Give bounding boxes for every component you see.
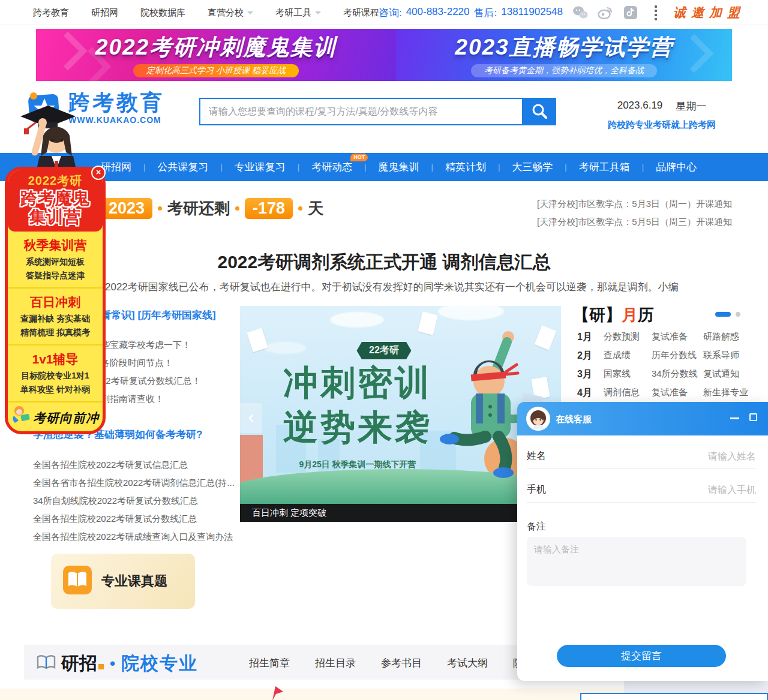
news-link[interactable]: 全国各招生院校2022考研复试信息汇总	[33, 459, 188, 471]
carousel-subtitle: 9月25日 秋季集训一期线下开营	[240, 459, 475, 470]
news-link[interactable]: 全国各省市各招生院校2022考研调剂信息汇总(持...	[33, 477, 235, 489]
promo-close-button[interactable]: ×	[91, 166, 106, 180]
promo-section-1v1[interactable]: 1v1辅导 目标院校专业1对1 单科攻坚 针对补弱	[8, 346, 103, 402]
section-dot: •	[110, 654, 115, 673]
calendar-link[interactable]: 新生择专业	[703, 387, 768, 399]
tiktok-icon[interactable]	[623, 5, 638, 20]
tab-admission-guide[interactable]: 招生简章	[249, 656, 290, 670]
nav-major-course[interactable]: 专业课复习	[223, 160, 298, 174]
calendar-row-apr: 4月 调剂信息 复试准备 新生择专业	[577, 387, 768, 399]
promo-panel-footer: 考研向前冲	[8, 402, 103, 431]
news-link[interactable]: 34所自划线院校2022考研复试分数线汇总	[33, 495, 198, 507]
wechat-icon[interactable]	[572, 5, 588, 20]
ad-left-subtitle: 定制化高三式学习 小班授课 稳妥应战	[133, 64, 299, 77]
calendar-link[interactable]: 联系导师	[703, 350, 768, 362]
consult-phone: 400-883-2220	[406, 6, 470, 20]
ad-banner-left[interactable]: 2022考研冲刺魔鬼集训 定制化高三式学习 小班授课 稳妥应战	[36, 29, 396, 81]
promo-section-sprint[interactable]: 百日冲刺 查漏补缺 夯实基础 精简梳理 拟真模考	[8, 289, 103, 346]
branch-notices: [天津分校]市区教学点：5月3日（周一）开课通知 [天津分校]市区教学点：5月5…	[537, 195, 732, 231]
orange-square-decoration	[98, 664, 104, 669]
note-label: 备注	[527, 521, 546, 533]
news-link[interactable]: 22考研复试分数线汇总！	[101, 375, 201, 387]
phone-input[interactable]	[546, 485, 756, 495]
agent-avatar	[526, 406, 551, 434]
carousel-prev-arrow[interactable]: ‹	[240, 403, 262, 433]
phone-label: 手机	[527, 483, 546, 496]
topbar-link-database[interactable]: 院校数据库	[140, 7, 185, 19]
featured-article-title[interactable]: 2022考研调剂系统正式开通 调剂信息汇总	[84, 250, 684, 275]
yanzhao-logo-text: 研招	[61, 651, 104, 676]
calendar-link[interactable]: 国家线	[604, 368, 652, 381]
promo-section-autumn[interactable]: 秋季集训营 系统测评知短板 答疑指导点迷津	[8, 232, 103, 289]
search-button[interactable]	[522, 98, 556, 125]
nav-devil-camp[interactable]: 魔鬼集训	[367, 160, 431, 174]
tab-reference-books[interactable]: 参考书目	[381, 656, 422, 670]
join-us-link[interactable]: 诚邀加盟	[673, 4, 745, 21]
carousel-badge: 22考研	[352, 342, 416, 359]
aftersale-label: 售后:	[474, 6, 497, 20]
news-link[interactable]: 全国各招生院校2022考研成绩查询入口及查询办法	[33, 531, 233, 543]
calendar-link[interactable]: 历年分数线	[652, 350, 703, 362]
calendar-link[interactable]: 34所分数线	[652, 368, 703, 381]
name-input[interactable]	[546, 451, 756, 462]
tab-admission-catalog[interactable]: 招生目录	[315, 656, 356, 670]
tab-exam-outline[interactable]: 考试大纲	[447, 656, 488, 670]
promo-title-line2: 集训营	[8, 208, 103, 226]
book-icon	[62, 564, 93, 598]
name-field-row: 姓名	[527, 450, 756, 469]
nav-elite-plan[interactable]: 精英计划	[433, 160, 498, 174]
weibo-icon[interactable]	[598, 5, 613, 20]
search-icon	[531, 103, 548, 121]
chat-title: 在线客服	[556, 414, 592, 425]
calendar-link[interactable]: 调剂信息	[604, 387, 652, 399]
calendar-link[interactable]: 复试准备	[652, 331, 703, 344]
search-input[interactable]	[199, 98, 522, 125]
zhenti-promo-label: 专业课真题	[101, 572, 167, 590]
carousel-caption[interactable]: 百日冲刺 定项突破	[240, 504, 561, 522]
promo-footer-text: 考研向前冲	[33, 410, 99, 426]
calendar-link[interactable]: 研路解惑	[703, 331, 768, 344]
news-link[interactable]: 剂指南请查收！	[101, 393, 164, 405]
calendar-link[interactable]: 复试通知	[703, 368, 768, 381]
hero-carousel[interactable]: 22考研 冲刺密训 逆势来袭 9月25日 秋季集训一期线下开营 百日冲刺 定项突…	[240, 306, 561, 522]
pagination-dot[interactable]	[736, 312, 740, 317]
countdown-year-badge: 2023	[101, 198, 152, 219]
submit-message-button[interactable]: 提交留言	[557, 645, 726, 667]
hot-badge: HOT	[350, 154, 368, 161]
notice-link[interactable]: [天津分校]市区教学点：5月3日（周一）开课通知	[537, 195, 732, 213]
nav-junior[interactable]: 大三畅学	[500, 160, 565, 174]
calendar-link[interactable]: 查成绩	[604, 350, 652, 362]
notice-link[interactable]: [天津分校]市区教学点：5月5日（周三）开课通知	[537, 213, 732, 231]
news-link[interactable]: 全国各招生院校2022考研复试分数线汇总	[33, 513, 197, 525]
countdown-dot	[298, 206, 302, 211]
promo-panel-header: 2022考研 跨考魔鬼 集训营	[8, 170, 103, 232]
maximize-icon[interactable]	[749, 413, 757, 421]
nav-brand-center[interactable]: 品牌中心	[644, 160, 709, 174]
exam-countdown: 2023 考研还剩 -178 天	[101, 198, 323, 219]
calendar-link[interactable]: 分数预测	[604, 331, 652, 344]
news-link[interactable]: 些宝藏学校考虑一下！	[101, 340, 191, 351]
topbar-link-tools[interactable]: 考研工具	[275, 7, 321, 19]
news-link[interactable]: 各阶段时间节点！	[101, 357, 173, 369]
calendar-row-mar: 3月 国家线 34所分数线 复试通知	[577, 368, 768, 381]
pagination-active-dot[interactable]	[715, 312, 731, 317]
open-book-icon	[36, 654, 56, 674]
topbar-link-yanzhao[interactable]: 研招网	[91, 7, 118, 19]
mini-mascot-icon	[11, 404, 32, 426]
more-icon[interactable]	[648, 5, 664, 20]
note-textarea[interactable]	[527, 537, 746, 586]
topbar-link-branches[interactable]: 直营分校	[208, 7, 253, 19]
calendar-link[interactable]: 复试准备	[652, 387, 703, 399]
promo-float-panel[interactable]: 2022考研 跨考魔鬼 集训营 秋季集训营 系统测评知短板 答疑指导点迷津 百日…	[5, 167, 106, 434]
topbar-link-home[interactable]: 跨考教育	[33, 7, 69, 19]
ad-banner-right[interactable]: 2023直播畅学试学营 考研备考黄金期，强势补弱培优，全科备战	[396, 29, 732, 81]
nav-public-course[interactable]: 公共课复习	[145, 160, 220, 174]
countdown-dot	[235, 206, 239, 211]
countdown-unit: 天	[308, 198, 323, 219]
customer-service-widget: 在线客服 姓名 手机 备注 提交留言	[517, 402, 768, 681]
hot-links-row[interactable]: 看常识] [历年考研国家线]	[101, 308, 216, 322]
zhenti-promo-card[interactable]: 专业课真题	[51, 554, 195, 609]
nav-toolbox[interactable]: 考研工具箱	[567, 160, 642, 174]
nav-news[interactable]: 考研动态HOT	[299, 160, 364, 174]
minimize-icon[interactable]	[730, 417, 739, 419]
